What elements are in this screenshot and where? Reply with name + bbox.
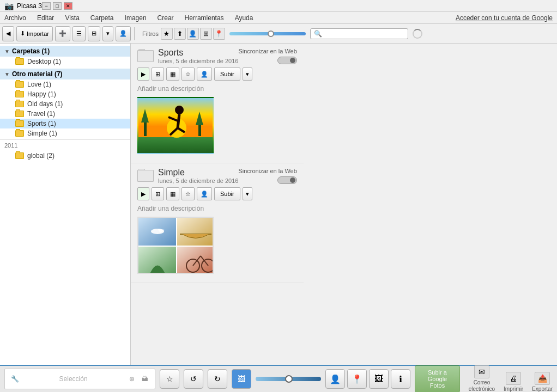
email-icon: ✉ bbox=[474, 365, 489, 378]
album-folder-icon bbox=[137, 49, 154, 62]
filter-location-button[interactable]: 📍 bbox=[213, 28, 225, 40]
photo-view-button[interactable]: 🖼 bbox=[232, 369, 251, 389]
menu-carpeta[interactable]: Carpeta bbox=[88, 13, 116, 23]
google-account-link[interactable]: Acceder con tu cuenta de Google bbox=[453, 13, 555, 23]
sidebar-item-desktop[interactable]: Desktop (1) bbox=[0, 57, 130, 66]
menu-crear[interactable]: Crear bbox=[155, 13, 176, 23]
sidebar-item-love[interactable]: Love (1) bbox=[0, 79, 130, 89]
google-photos-upload-button[interactable]: Subir a Google Fotos bbox=[415, 365, 460, 392]
status-left-panel: 🔧 Selección ⊕ 🏔 bbox=[4, 369, 155, 389]
fav-button[interactable]: ☆ bbox=[160, 369, 179, 389]
upload-dropdown-button-simple[interactable]: ▾ bbox=[243, 187, 252, 200]
export-label: Exportar bbox=[532, 386, 553, 392]
filter-grid-button[interactable]: ⊞ bbox=[200, 28, 212, 40]
view-filmstrip-button-simple[interactable]: ▦ bbox=[166, 187, 179, 200]
view-list-button[interactable]: ☰ bbox=[72, 26, 86, 41]
folder-icon bbox=[15, 111, 24, 117]
rotate-right-button[interactable]: ↻ bbox=[208, 369, 227, 389]
filter-upload-button[interactable]: ⬆ bbox=[174, 28, 186, 40]
view-option-button[interactable]: ▾ bbox=[102, 26, 113, 41]
upload-button[interactable]: Subir bbox=[214, 68, 240, 81]
view-grid-button[interactable]: ⊞ bbox=[88, 26, 100, 41]
collapse-icon: ▼ bbox=[4, 48, 10, 54]
sidebar-item-olddays[interactable]: Old days (1) bbox=[0, 99, 130, 109]
menu-vista[interactable]: Vista bbox=[63, 13, 81, 23]
folder-icon bbox=[15, 81, 24, 88]
album-simple-description[interactable]: Añadir una descripción bbox=[137, 205, 297, 212]
photo-thumb-sports-1[interactable] bbox=[137, 97, 214, 154]
loading-spinner bbox=[413, 29, 422, 39]
star-filter-button-simple[interactable]: ☆ bbox=[181, 187, 195, 200]
view-thumbnails-button[interactable]: ⊞ bbox=[152, 68, 164, 81]
status-middle-panel: ☆ ↺ ↻ 🖼 👤 📍 🖼 ℹ bbox=[160, 369, 410, 389]
sidebar-item-travel[interactable]: Travel (1) bbox=[0, 109, 130, 119]
import-icon: ⬇ bbox=[20, 30, 25, 37]
prev-button[interactable]: ◀ bbox=[2, 26, 14, 41]
people-tag-button[interactable]: 👤 bbox=[325, 369, 345, 389]
album-description[interactable]: Añadir una descripción bbox=[137, 85, 297, 93]
view-filmstrip-button[interactable]: ▦ bbox=[166, 68, 179, 81]
menu-editar[interactable]: Editar bbox=[35, 13, 56, 23]
search-icon: 🔍 bbox=[314, 30, 322, 38]
content-wrapper: Sports lunes, 5 de diciembre de 2016 Sin… bbox=[131, 44, 304, 365]
import-button[interactable]: ⬇ Importar bbox=[16, 26, 53, 41]
status-icon-2[interactable]: ⊕ bbox=[126, 373, 137, 384]
export-action[interactable]: 📤 Exportar bbox=[532, 372, 553, 392]
folder-icon bbox=[15, 91, 24, 97]
sidebar-item-happy[interactable]: Happy (1) bbox=[0, 89, 130, 99]
sidebar-item-sports[interactable]: Sports (1) bbox=[0, 119, 130, 128]
filter-star-button[interactable]: ★ bbox=[161, 28, 173, 40]
view-thumbnails-button-simple[interactable]: ⊞ bbox=[152, 187, 164, 200]
email-action[interactable]: ✉ Correo electrónico bbox=[469, 365, 495, 392]
menu-imagen[interactable]: Imagen bbox=[123, 13, 149, 23]
maximize-button[interactable]: □ bbox=[53, 2, 62, 10]
sidebar-section-carpetas[interactable]: ▼ Carpetas (1) bbox=[0, 46, 130, 57]
upload-dropdown-button[interactable]: ▾ bbox=[243, 68, 252, 81]
photo-grid-sports bbox=[137, 97, 297, 154]
timeline-track[interactable] bbox=[256, 377, 321, 381]
menu-herramientas[interactable]: Herramientas bbox=[183, 13, 226, 23]
status-icon-1[interactable]: 🔧 bbox=[9, 373, 20, 384]
search-input[interactable] bbox=[322, 30, 404, 37]
share-button-simple[interactable]: 👤 bbox=[197, 187, 212, 200]
search-box: 🔍 bbox=[310, 28, 408, 39]
location-button[interactable]: 📍 bbox=[347, 369, 367, 389]
print-action[interactable]: 🖨 Imprimir bbox=[504, 372, 523, 392]
album-simple-name: Simple bbox=[158, 168, 238, 177]
album-button[interactable]: 🖼 bbox=[369, 369, 389, 389]
share-button[interactable]: 👤 bbox=[197, 68, 212, 81]
email-label: Correo electrónico bbox=[469, 379, 495, 392]
star-filter-button[interactable]: ☆ bbox=[181, 68, 195, 81]
app-icon: 📷 bbox=[4, 2, 14, 10]
filter-people-button[interactable]: 👤 bbox=[187, 28, 199, 40]
sync-toggle[interactable] bbox=[277, 57, 297, 64]
sync-toggle-simple[interactable] bbox=[277, 176, 297, 184]
sync-label-simple: Sincronizar en la Web bbox=[238, 168, 296, 174]
sidebar: ▼ Carpetas (1) Desktop (1) ▼ Otro materi… bbox=[0, 44, 131, 365]
timeline-thumb[interactable] bbox=[285, 375, 293, 383]
sidebar-section-otro[interactable]: ▼ Otro material (7) bbox=[0, 69, 130, 79]
status-icon-3[interactable]: 🏔 bbox=[140, 373, 150, 384]
close-button[interactable]: ✕ bbox=[64, 2, 72, 10]
menu-archivo[interactable]: Archivo bbox=[2, 13, 28, 23]
folder-icon bbox=[15, 152, 24, 159]
toolbar-separator bbox=[134, 27, 135, 40]
upload-button-simple[interactable]: Subir bbox=[214, 187, 240, 200]
rotate-left-button[interactable]: ↺ bbox=[184, 369, 203, 389]
album-simple-title-area: Simple lunes, 5 de diciembre de 2016 bbox=[137, 168, 238, 184]
play-slideshow-button-simple[interactable]: ▶ bbox=[137, 187, 149, 200]
sidebar-item-simple[interactable]: Simple (1) bbox=[0, 128, 130, 138]
app-title: Picasa 3 bbox=[17, 2, 42, 10]
sync-area-simple: Sincronizar en la Web bbox=[238, 168, 296, 184]
photo-thumb-simple-1[interactable] bbox=[137, 217, 214, 274]
filter-slider[interactable] bbox=[229, 32, 306, 35]
people-button[interactable]: 👤 bbox=[116, 26, 131, 41]
sidebar-item-global[interactable]: global (2) bbox=[0, 151, 130, 161]
play-slideshow-button[interactable]: ▶ bbox=[137, 68, 149, 81]
add-button[interactable]: ➕ bbox=[55, 26, 70, 41]
status-selection-text: Selección bbox=[22, 375, 124, 383]
minimize-button[interactable]: − bbox=[42, 2, 51, 10]
content-main: Sports lunes, 5 de diciembre de 2016 Sin… bbox=[131, 44, 304, 365]
menu-ayuda[interactable]: Ayuda bbox=[233, 13, 256, 23]
info-button[interactable]: ℹ bbox=[391, 369, 410, 389]
